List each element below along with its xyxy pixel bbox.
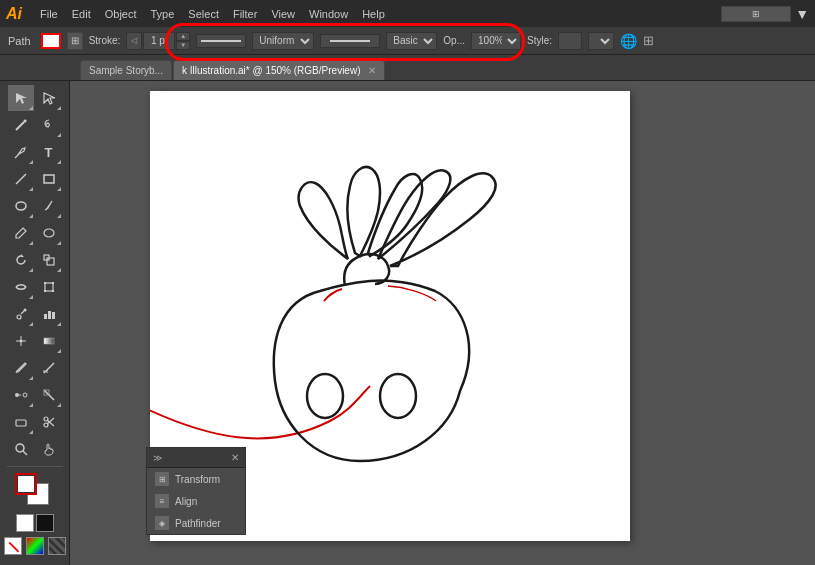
canvas-area[interactable]: ≫ ✕ ⊞ Transform ≡ Align ◈ Pathfinder (70, 81, 815, 565)
menu-edit[interactable]: Edit (72, 8, 91, 20)
svg-rect-25 (44, 338, 54, 344)
scissors-tool[interactable] (36, 409, 62, 435)
none-swatch[interactable]: | (4, 537, 22, 555)
arrange-windows[interactable]: ⊞ (721, 6, 791, 22)
svg-point-4 (23, 120, 26, 123)
hand-tool[interactable] (36, 436, 62, 462)
svg-line-5 (15, 156, 17, 158)
brush-preview[interactable] (320, 34, 380, 48)
browser-icon[interactable]: 🌐 (620, 33, 637, 49)
gradient-tool[interactable] (36, 328, 62, 354)
blob-brush-tool[interactable] (36, 220, 62, 246)
symbol-sprayer-tool[interactable] (8, 301, 34, 327)
stroke-label: Stroke: (89, 35, 121, 46)
left-toolbar: T (0, 81, 70, 565)
eyedropper-tool[interactable] (8, 355, 34, 381)
stroke-color-swatch[interactable] (41, 33, 61, 49)
brush-select[interactable]: Basic (386, 32, 437, 50)
rotate-tool[interactable] (8, 247, 34, 273)
main-layout: T (0, 81, 815, 565)
svg-point-8 (16, 202, 26, 210)
scale-tool[interactable] (36, 247, 62, 273)
menu-object[interactable]: Object (105, 8, 137, 20)
stroke-weight-up[interactable]: ▲ (176, 32, 190, 41)
panel-item-transform[interactable]: ⊞ Transform (147, 468, 245, 490)
opacity-select[interactable]: 100% (471, 32, 521, 50)
select-tool[interactable] (8, 85, 34, 111)
bw-boxes (16, 514, 54, 532)
tab-illustration-label: k Illustration.ai* @ 150% (RGB/Preview) (182, 65, 361, 76)
stroke-profile-select[interactable]: Uniform (252, 32, 314, 50)
path-label: Path (8, 35, 31, 47)
svg-point-30 (15, 393, 19, 397)
slice-tool[interactable] (36, 382, 62, 408)
menu-file[interactable]: File (40, 8, 58, 20)
svg-point-42 (307, 374, 343, 418)
tab-storyboard[interactable]: Sample Storyb... (80, 60, 172, 80)
pathfinder-label: Pathfinder (175, 518, 221, 529)
rect-tool[interactable] (36, 166, 62, 192)
style-swatch[interactable] (558, 32, 582, 50)
stroke-weight-input[interactable] (143, 32, 175, 50)
menu-bar: Ai File Edit Object Type Select Filter V… (0, 0, 815, 27)
svg-rect-7 (44, 175, 54, 183)
menu-view[interactable]: View (271, 8, 295, 20)
svg-point-40 (16, 444, 24, 452)
menu-help[interactable]: Help (362, 8, 385, 20)
menu-select[interactable]: Select (188, 8, 219, 20)
svg-point-43 (380, 374, 416, 418)
eraser-tool[interactable] (8, 409, 34, 435)
type-tool[interactable]: T (36, 139, 62, 165)
color-mode-row: | (4, 537, 66, 555)
pattern-swatch[interactable] (48, 537, 66, 555)
tool-row-warp (8, 274, 62, 300)
svg-marker-0 (16, 93, 27, 104)
white-color-box[interactable] (16, 514, 34, 532)
svg-point-17 (17, 315, 21, 319)
menu-type[interactable]: Type (151, 8, 175, 20)
transform-icon: ⊞ (155, 472, 169, 486)
warp-tool[interactable] (8, 274, 34, 300)
grid-icon[interactable]: ⊞ (643, 33, 654, 48)
pen-tool[interactable] (8, 139, 34, 165)
ellipse-tool[interactable] (8, 193, 34, 219)
direct-select-tool[interactable] (36, 85, 62, 111)
menu-window[interactable]: Window (309, 8, 348, 20)
gradient-swatch[interactable] (26, 537, 44, 555)
tab-illustration[interactable]: k Illustration.ai* @ 150% (RGB/Preview) … (173, 60, 386, 80)
stroke-line-preview[interactable] (196, 34, 246, 48)
panel-item-pathfinder[interactable]: ◈ Pathfinder (147, 512, 245, 534)
panel-close-btn[interactable]: ✕ (231, 452, 239, 463)
tool-row-pen: T (8, 139, 62, 165)
magic-wand-tool[interactable] (8, 112, 34, 138)
stroke-weight-down-btn[interactable]: ▼ (176, 41, 190, 50)
column-graph-tool[interactable] (36, 301, 62, 327)
app-logo: Ai (6, 5, 22, 23)
panel-expand-icon[interactable]: ≫ (153, 453, 162, 463)
panel-item-align[interactable]: ≡ Align (147, 490, 245, 512)
stroke-color-box-front[interactable] (15, 473, 37, 495)
blend-tool[interactable] (8, 382, 34, 408)
mesh-tool[interactable] (8, 328, 34, 354)
svg-point-31 (23, 393, 27, 397)
free-transform-tool[interactable] (36, 274, 62, 300)
options-bar: Path ⊞ Stroke: ◁ ▲ ▼ Uniform Basic Op...… (0, 27, 815, 55)
stroke-weight-group: ◁ ▲ ▼ (126, 32, 190, 50)
measure-tool[interactable] (36, 355, 62, 381)
svg-rect-12 (45, 283, 53, 291)
tab-close-btn[interactable]: ✕ (368, 65, 376, 76)
stroke-options-btn[interactable]: ⊞ (67, 32, 83, 50)
window-controls[interactable]: ▼ (795, 6, 809, 22)
menu-filter[interactable]: Filter (233, 8, 257, 20)
pencil-tool[interactable] (8, 220, 34, 246)
stroke-weight-down[interactable]: ◁ (126, 32, 142, 50)
svg-line-26 (16, 371, 17, 373)
svg-marker-9 (21, 254, 24, 257)
svg-rect-16 (52, 290, 54, 292)
black-color-box[interactable] (36, 514, 54, 532)
zoom-tool[interactable] (8, 436, 34, 462)
lasso-tool[interactable] (36, 112, 62, 138)
style-select[interactable] (588, 32, 614, 50)
paintbrush-tool[interactable] (36, 193, 62, 219)
line-tool[interactable] (8, 166, 34, 192)
